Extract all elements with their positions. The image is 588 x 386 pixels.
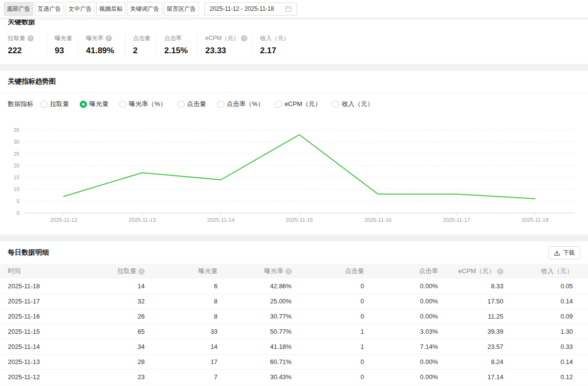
table-row-2025-11-13: 2025-11-13281760.71%00.00%8.240.14 bbox=[0, 354, 588, 369]
cell-revenue: 0.14 bbox=[503, 294, 588, 309]
col-header-impressions: 曝光量 bbox=[145, 264, 218, 279]
trend-card: 关键指标趋势图 数据指标 拉取量曝光量曝光率（%）点击量点击率（%）eCPM（元… bbox=[0, 71, 588, 235]
table-row-2025-11-15: 2025-11-15653350.77%13.03%39.391.30 bbox=[0, 324, 588, 339]
download-button[interactable]: 下载 bbox=[548, 246, 580, 259]
daily-detail-card: 每日数据明细 下载 时间拉取量?曝光量曝光率?点击量点击率eCPM（元）?收入（… bbox=[0, 241, 588, 386]
col-header-pull-count: 拉取量? bbox=[70, 264, 145, 279]
radio-label: 曝光率（%） bbox=[129, 100, 167, 108]
cell-clicks: 0 bbox=[292, 309, 364, 324]
metric-label-text: 收入（元） bbox=[260, 34, 289, 43]
metric-label-text: eCPM（元） bbox=[205, 34, 239, 43]
col-header-label: 曝光率 bbox=[264, 267, 283, 276]
metric-radio-ecpm[interactable]: eCPM（元） bbox=[275, 100, 321, 108]
metric-radio-impressions[interactable]: 曝光量 bbox=[80, 100, 109, 108]
cell-ecpm: 17.14 bbox=[438, 369, 503, 385]
radio-label: 点击率（%） bbox=[227, 100, 264, 108]
table-header-row: 时间拉取量?曝光量曝光率?点击量点击率eCPM（元）?收入（元） bbox=[0, 264, 588, 279]
cell-clicks: 0 bbox=[292, 279, 364, 294]
radio-label: eCPM（元） bbox=[284, 100, 321, 108]
table-row-2025-11-18: 2025-11-1814642.86%00.00%8.330.05 bbox=[0, 279, 588, 294]
col-header-label: 点击量 bbox=[345, 267, 364, 276]
ad-type-tabs: 底部广告互选广告文中广告视频后贴关键词广告留言区广告 bbox=[4, 2, 200, 16]
metric-selector-label: 数据指标 bbox=[8, 100, 33, 108]
tab-comment-section-ad[interactable]: 留言区广告 bbox=[164, 2, 199, 16]
cell-ctr: 0.00% bbox=[364, 309, 438, 324]
cell-clicks: 1 bbox=[292, 339, 364, 354]
daily-detail-title: 每日数据明细 bbox=[8, 248, 49, 257]
download-icon bbox=[554, 250, 560, 256]
cell-pull-count: 23 bbox=[70, 369, 145, 385]
x-tick-label: 2025-11-15 bbox=[286, 217, 313, 223]
radio-icon bbox=[217, 101, 224, 108]
calendar-icon bbox=[285, 5, 292, 12]
cell-ctr: 3.03% bbox=[364, 324, 438, 339]
tab-keyword-ad[interactable]: 关键词广告 bbox=[127, 2, 162, 16]
cell-pull-count: 14 bbox=[70, 279, 145, 294]
cell-ecpm: 17.50 bbox=[438, 294, 503, 309]
col-header-clicks: 点击量 bbox=[292, 264, 364, 279]
metric-value: 2.15% bbox=[164, 46, 197, 56]
metric-value: 23.33 bbox=[205, 46, 252, 56]
cell-impression-rate: 30.43% bbox=[218, 369, 292, 385]
col-header-ctr: 点击率 bbox=[364, 264, 438, 279]
metric-radio-impression-rate[interactable]: 曝光率（%） bbox=[119, 100, 167, 108]
cell-ctr: 0.00% bbox=[364, 354, 438, 369]
cell-impression-rate: 25.00% bbox=[218, 294, 292, 309]
help-icon[interactable]: ? bbox=[138, 268, 145, 275]
help-icon[interactable]: ? bbox=[497, 268, 503, 275]
table-row-2025-11-14: 2025-11-14341441.18%17.14%23.570.33 bbox=[0, 339, 588, 354]
radio-icon bbox=[80, 101, 87, 108]
tab-in-article-ad[interactable]: 文中广告 bbox=[65, 2, 95, 16]
metric-radio-pull-count[interactable]: 拉取量 bbox=[40, 100, 69, 108]
col-header-revenue: 收入（元） bbox=[503, 264, 588, 279]
cell-impression-rate: 50.77% bbox=[218, 324, 292, 339]
y-tick-label: 30 bbox=[14, 139, 20, 145]
cell-ctr: 0.00% bbox=[364, 369, 438, 385]
col-header-ecpm: eCPM（元）? bbox=[438, 264, 503, 279]
metric-ecpm: eCPM（元）?23.33 bbox=[197, 34, 252, 56]
cell-revenue: 0.14 bbox=[503, 354, 588, 369]
metric-radio-group: 拉取量曝光量曝光率（%）点击量点击率（%）eCPM（元）收入（元） bbox=[40, 100, 384, 108]
help-icon[interactable]: ? bbox=[27, 35, 34, 42]
key-data-title: 关键数据 bbox=[8, 20, 588, 26]
cell-date: 2025-11-14 bbox=[0, 339, 70, 354]
table-body: 2025-11-1814642.86%00.00%8.330.052025-11… bbox=[0, 279, 588, 385]
tab-mutual-select-ad[interactable]: 互选广告 bbox=[35, 2, 64, 16]
cell-ecpm: 8.24 bbox=[438, 354, 503, 369]
help-icon[interactable]: ? bbox=[285, 268, 292, 275]
metric-clicks: 点击量2 bbox=[125, 34, 156, 56]
cell-ctr: 7.14% bbox=[364, 339, 438, 354]
cell-clicks: 0 bbox=[292, 294, 364, 309]
metric-label-text: 点击量 bbox=[133, 34, 151, 43]
cell-date: 2025-11-17 bbox=[0, 294, 70, 309]
help-icon[interactable]: ? bbox=[106, 35, 112, 42]
cell-impressions: 33 bbox=[145, 324, 218, 339]
y-tick-label: 35 bbox=[14, 127, 20, 133]
col-header-label: 曝光量 bbox=[198, 267, 218, 276]
ad-type-tabbar: 底部广告互选广告文中广告视频后贴关键词广告留言区广告 2025-11-12 - … bbox=[0, 0, 588, 18]
metric-label: 点击率 bbox=[164, 34, 197, 43]
cell-pull-count: 65 bbox=[70, 324, 145, 339]
cell-revenue: 0.05 bbox=[503, 279, 588, 294]
radio-icon bbox=[40, 101, 47, 108]
tab-video-post-roll[interactable]: 视频后贴 bbox=[96, 2, 126, 16]
tab-bottom-ad[interactable]: 底部广告 bbox=[4, 2, 33, 16]
date-range-picker[interactable]: 2025-11-12 - 2025-11-18 bbox=[204, 2, 297, 16]
cell-date: 2025-11-16 bbox=[0, 309, 70, 324]
metric-radio-revenue[interactable]: 收入（元） bbox=[332, 100, 373, 108]
cell-pull-count: 32 bbox=[70, 294, 145, 309]
metric-radio-ctr[interactable]: 点击率（%） bbox=[217, 100, 264, 108]
cell-impressions: 14 bbox=[145, 339, 218, 354]
metric-radio-clicks[interactable]: 点击量 bbox=[177, 100, 206, 108]
metric-value: 2.17 bbox=[260, 46, 289, 56]
cell-date: 2025-11-15 bbox=[0, 324, 70, 339]
date-range-value: 2025-11-12 - 2025-11-18 bbox=[210, 5, 274, 12]
metric-label: eCPM（元）? bbox=[205, 34, 252, 43]
cell-revenue: 0.09 bbox=[503, 309, 588, 324]
cell-impressions: 17 bbox=[145, 354, 218, 369]
cell-ecpm: 11.25 bbox=[438, 309, 503, 324]
radio-icon bbox=[177, 101, 185, 108]
col-header-label: eCPM（元） bbox=[458, 267, 495, 276]
help-icon[interactable]: ? bbox=[241, 35, 247, 42]
metric-label: 收入（元） bbox=[260, 34, 289, 43]
